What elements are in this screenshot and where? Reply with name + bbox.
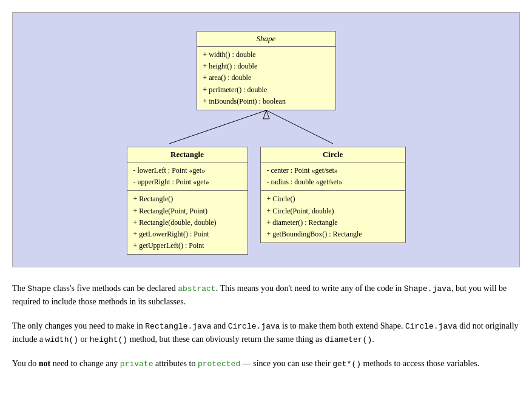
para3-text5: methods to access those variables. [361,359,479,368]
para2-text1: The only changes you need to make in [12,321,145,330]
rect-field-1: - lowerLeft : Point «get» [133,165,241,176]
para3-text1: You do [12,359,39,368]
shape-method-1: + width() : double [203,49,329,61]
circle-field-1: - center : Point «get/set» [267,165,399,176]
para2-width-mono: width() [45,335,78,344]
para1-text1: The [12,284,27,293]
paragraph-1: The Shape class's five methods can be de… [12,282,520,309]
uml-diagram: Shape + width() : double + height() : do… [12,12,520,267]
circle-class-box: Circle - center : Point «get/set» - radi… [260,147,406,243]
para3-text2: need to change any [50,359,120,368]
rect-method-4: + getLowerRight() : Point [133,229,241,240]
circle-method-2: + Circle(Point, double) [267,206,399,217]
para3-protected-keyword: protected [198,360,240,369]
circle-method-3: + diameter() : Rectangle [267,217,399,229]
para2-height-mono: height() [90,335,127,344]
svg-line-0 [169,110,266,144]
shape-method-5: + inBounds(Point) : boolean [203,96,329,107]
para2-text5: or [78,335,90,344]
para2-text6: method, but these can obviously return t… [127,335,325,344]
para1-shape-mono: Shape [27,284,51,293]
svg-line-1 [266,110,333,144]
shape-class-box: Shape + width() : double + height() : do… [197,31,336,110]
shape-title: Shape [197,32,335,47]
rect-method-3: + Rectangle(double, double) [133,217,241,229]
shape-method-3: + area() : double [203,72,329,84]
rectangle-class-box: Rectangle - lowerLeft : Point «get» - up… [127,147,248,255]
para2-circlejava-mono: Circle.java [228,322,280,331]
para2-text2: and [212,321,228,330]
rect-method-2: + Rectangle(Point, Point) [133,206,241,217]
para3-private-keyword: private [120,360,153,369]
rectangle-title: Rectangle [127,147,247,162]
rect-method-1: + Rectangle() [133,193,241,205]
para2-rectjava-mono: Rectangle.java [145,322,211,331]
shape-method-2: + height() : double [203,61,329,72]
para1-text2: class's five methods can be declared [51,284,178,293]
rectangle-methods: + Rectangle() + Rectangle(Point, Point) … [127,191,247,254]
circle-method-1: + Circle() [267,193,399,205]
para3-get-mono: get*() [332,360,361,369]
para2-diameter-mono: diameter() [325,335,372,344]
circle-title: Circle [261,147,405,162]
para1-shapejava-mono: Shape.java [404,284,451,293]
shape-methods: + width() : double + height() : double +… [197,47,335,110]
paragraph-2: The only changes you need to make in Rec… [12,319,520,346]
circle-method-4: + getBoundingBox() : Rectangle [267,229,399,240]
circle-field-2: - radius : double «get/set» [267,176,399,188]
connector-lines [109,110,424,147]
para3-text3: attributes to [153,359,198,368]
circle-fields: - center : Point «get/set» - radius : do… [261,162,405,191]
rect-method-5: + getUpperLeft() : Point [133,240,241,252]
para1-text3: . This means you don't need to write any… [216,284,404,293]
para1-abstract-keyword: abstract [178,284,215,293]
para3-not-bold: not [39,359,50,368]
para2-text7: . [372,335,374,344]
shape-method-4: + perimeter() : double [203,84,329,96]
para3-text4: — since you can use their [240,359,332,368]
rectangle-fields: - lowerLeft : Point «get» - upperRight :… [127,162,247,191]
para2-circlejava2-mono: Circle.java [405,322,457,331]
paragraph-3: You do not need to change any private at… [12,357,520,370]
para2-text3: is to make them both extend Shape. [280,321,405,330]
rect-field-2: - upperRight : Point «get» [133,176,241,188]
circle-methods: + Circle() + Circle(Point, double) + dia… [261,191,405,242]
